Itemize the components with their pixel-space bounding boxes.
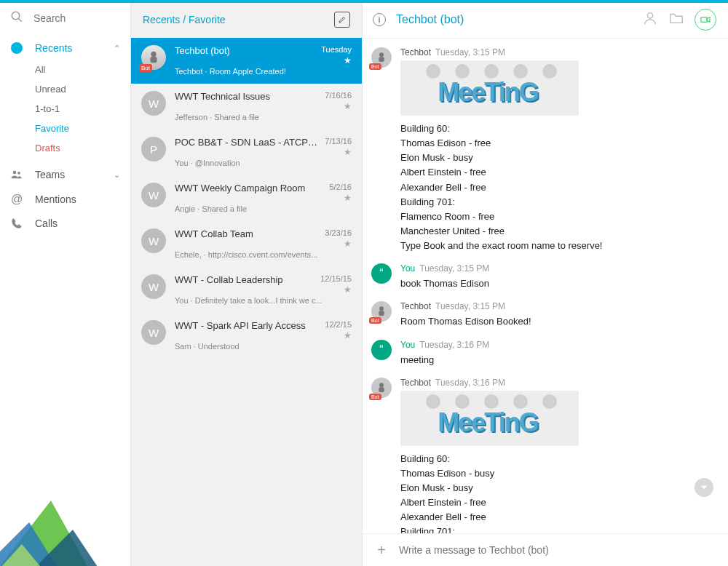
svg-marker-4 <box>0 501 87 566</box>
chat-message: BotTechbotTuesday, 3:16 PMMeeTinGMeeTinG… <box>371 378 716 533</box>
room-name: WWT Collab Team <box>175 228 253 239</box>
star-icon[interactable]: ★ <box>344 147 352 157</box>
chat-header: i Techbot (bot) <box>363 3 728 39</box>
room-item[interactable]: PPOC BB&T - SDN LaaS - ATCPOC...7/13/16★… <box>131 129 362 175</box>
avatar: W <box>141 320 166 345</box>
room-name: POC BB&T - SDN LaaS - ATCPOC... <box>175 137 320 148</box>
room-time: 12/15/15 <box>320 274 352 283</box>
compose-row: + <box>363 533 728 566</box>
star-icon[interactable]: ★ <box>344 55 352 65</box>
avatar: W <box>141 91 166 116</box>
nav-sub-all[interactable]: All <box>35 60 130 79</box>
folder-icon[interactable] <box>668 10 684 29</box>
room-item[interactable]: WWWT Collab Team3/23/16★Echele, · http:/… <box>131 221 362 267</box>
nav-sub-unread[interactable]: Unread <box>35 79 130 99</box>
message-input[interactable] <box>399 544 716 556</box>
chat-header-actions <box>642 9 716 31</box>
room-meta: 7/13/16★ <box>325 137 352 157</box>
message-body: TechbotTuesday, 3:16 PMMeeTinGMeeTinGBui… <box>400 378 716 533</box>
svg-point-17 <box>484 64 499 79</box>
nav-sub-1-to-1[interactable]: 1-to-1 <box>35 99 130 119</box>
nav-teams[interactable]: Teams ⌄ <box>0 162 130 187</box>
room-name: WWT - Collab Leadership <box>175 274 283 285</box>
chat-message: BotTechbotTuesday, 3:15 PMRoom Thomas Ed… <box>371 301 716 329</box>
avatar: W <box>141 183 166 207</box>
search-input[interactable] <box>33 12 106 24</box>
room-subtitle: Jefferson · Shared a file <box>175 113 352 121</box>
chat-message: “YouTuesday, 3:15 PMbook Thomas Edison <box>371 263 716 291</box>
star-icon[interactable]: ★ <box>344 284 352 295</box>
room-list-panel: Recents / Favorite BotTechbot (bot)Tuesd… <box>131 3 363 566</box>
chat-messages[interactable]: BotTechbotTuesday, 3:15 PMMeeTinGMeeTinG… <box>363 39 728 533</box>
svg-point-31 <box>542 394 557 409</box>
nav-calls[interactable]: Calls <box>0 212 130 235</box>
room-name: WWT Technical Issues <box>175 91 270 102</box>
meeting-image: MeeTinGMeeTinG <box>400 391 579 446</box>
message-time: Tuesday, 3:15 PM <box>435 47 505 57</box>
room-item[interactable]: WWWT Weekly Campaign Room5/2/16★Angie · … <box>131 175 362 221</box>
message-meta: TechbotTuesday, 3:15 PM <box>400 301 716 311</box>
nav-sub-drafts[interactable]: Drafts <box>35 138 130 158</box>
avatar: W <box>141 274 166 299</box>
svg-point-22 <box>379 307 384 311</box>
star-icon[interactable]: ★ <box>344 330 352 340</box>
nav-mentions-label: Mentions <box>35 194 120 205</box>
message-time: Tuesday, 3:15 PM <box>435 301 505 311</box>
bot-badge: Bot <box>139 64 152 72</box>
video-call-button[interactable] <box>695 9 716 31</box>
star-icon[interactable]: ★ <box>344 239 352 249</box>
room-body: WWT Technical Issues7/16/16★Jefferson · … <box>175 91 352 121</box>
room-meta: Tuesday★ <box>321 45 352 65</box>
message-text: Building 60:Thomas Edison - freeElon Mus… <box>400 121 716 253</box>
user-avatar-icon: “ <box>371 340 392 360</box>
message-sender: You <box>400 263 415 274</box>
star-icon[interactable]: ★ <box>344 101 352 111</box>
attach-plus-button[interactable]: + <box>374 543 389 557</box>
brand-logo-decoration <box>0 442 124 566</box>
info-icon[interactable]: i <box>373 13 386 26</box>
message-body: YouTuesday, 3:15 PMbook Thomas Edison <box>400 263 716 291</box>
room-name: WWT - Spark API Early Access <box>175 320 306 331</box>
svg-point-24 <box>379 383 384 387</box>
room-item[interactable]: WWWT Technical Issues7/16/16★Jefferson ·… <box>131 84 362 129</box>
room-list-title: Recents / Favorite <box>143 14 226 25</box>
person-icon[interactable] <box>642 10 658 29</box>
room-subtitle: Angie · Shared a file <box>175 204 352 213</box>
room-body: WWT Weekly Campaign Room5/2/16★Angie · S… <box>175 183 352 213</box>
svg-point-2 <box>13 171 17 175</box>
message-body: YouTuesday, 3:16 PMmeeting <box>400 340 716 367</box>
avatar: W <box>141 228 166 253</box>
room-time: 12/2/15 <box>325 320 352 329</box>
room-meta: 3/23/16★ <box>325 228 352 249</box>
nav-mentions[interactable]: @ Mentions <box>0 187 130 212</box>
nav-sub-favorite[interactable]: Favorite <box>35 119 130 138</box>
room-item[interactable]: WWWT - Collab Leadership12/15/15★You · D… <box>131 267 362 313</box>
scroll-down-button[interactable] <box>695 478 713 497</box>
room-time: 7/16/16 <box>325 91 352 100</box>
room-item[interactable]: BotTechbot (bot)Tuesday★Techbot · Room A… <box>131 38 362 84</box>
svg-rect-11 <box>701 17 707 23</box>
avatar: P <box>141 137 166 162</box>
room-item[interactable]: WWWT - Spark API Early Access12/2/15★Sam… <box>131 313 362 359</box>
nav-recents-label: Recents <box>35 42 102 54</box>
message-sender: Techbot <box>400 47 431 57</box>
svg-point-19 <box>542 64 557 79</box>
people-icon <box>10 168 23 181</box>
room-subtitle: Echele, · http://cisco.cvent.com/events.… <box>175 250 352 259</box>
room-body: WWT Collab Team3/23/16★Echele, · http://… <box>175 228 352 259</box>
svg-point-29 <box>484 394 499 409</box>
message-time: Tuesday, 3:16 PM <box>419 340 489 350</box>
message-meta: TechbotTuesday, 3:16 PM <box>400 378 716 388</box>
message-body: TechbotTuesday, 3:15 PMMeeTinGMeeTinGBui… <box>400 47 716 253</box>
room-name: WWT Weekly Campaign Room <box>175 183 305 194</box>
bot-avatar-icon: Bot <box>141 45 166 70</box>
svg-point-28 <box>455 394 470 409</box>
chat-title: Techbot (bot) <box>396 13 632 26</box>
star-icon[interactable]: ★ <box>344 193 352 203</box>
compose-button[interactable] <box>334 12 350 28</box>
nav-recents[interactable]: Recents ⌃ <box>0 36 130 60</box>
user-avatar-icon: “ <box>371 263 392 284</box>
message-time: Tuesday, 3:15 PM <box>419 263 489 274</box>
room-body: WWT - Spark API Early Access12/2/15★Sam … <box>175 320 352 351</box>
chevron-up-icon: ⌃ <box>114 44 120 53</box>
